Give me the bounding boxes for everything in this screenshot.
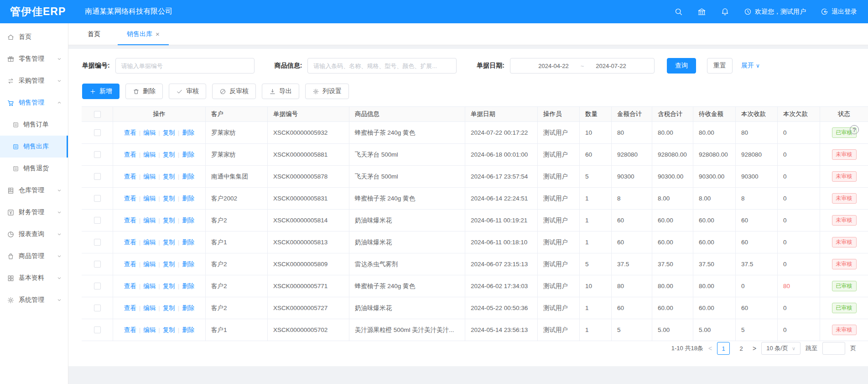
search-icon[interactable] — [674, 7, 683, 16]
edit-link[interactable]: 编辑 — [143, 195, 156, 203]
delete-link[interactable]: 删除 — [182, 151, 194, 159]
sidebar-item-sales-return[interactable]: 销售退货 — [0, 158, 68, 179]
delete-link[interactable]: 删除 — [182, 282, 194, 290]
row-checkbox[interactable] — [94, 326, 101, 333]
user-menu[interactable]: 欢迎您，测试用户 — [744, 8, 806, 16]
edit-link[interactable]: 编辑 — [143, 216, 156, 225]
page-number-1[interactable]: 1 — [717, 342, 730, 355]
copy-link[interactable]: 复制 — [163, 238, 175, 247]
tab-sales-outbound[interactable]: 销售出库 × — [127, 23, 160, 45]
tab-home[interactable]: 首页 — [88, 23, 100, 45]
row-checkbox[interactable] — [94, 129, 101, 136]
cell-product: 雷达杀虫气雾剂 — [349, 253, 465, 275]
edit-link[interactable]: 编辑 — [143, 238, 156, 247]
view-link[interactable]: 查看 — [124, 216, 136, 225]
view-link[interactable]: 查看 — [124, 173, 136, 181]
copy-link[interactable]: 复制 — [163, 326, 175, 334]
prev-page-button[interactable]: < — [708, 345, 712, 352]
cell-operator: 测试用户 — [538, 231, 580, 253]
view-link[interactable]: 查看 — [124, 151, 136, 159]
sidebar-item-system[interactable]: 系统管理 — [0, 289, 68, 311]
page-size-select[interactable]: 10 条/页 ∨ — [761, 342, 800, 355]
delete-link[interactable]: 删除 — [182, 216, 194, 225]
delete-link[interactable]: 删除 — [182, 195, 194, 203]
bill-no-input[interactable] — [115, 58, 255, 74]
table-row: 查看|编辑|复制|删除 客户2 XSCK00000005727 奶油味爆米花 2… — [82, 297, 868, 319]
edit-link[interactable]: 编辑 — [143, 151, 156, 159]
view-link[interactable]: 查看 — [124, 195, 136, 203]
sidebar-item-home[interactable]: 首页 — [0, 26, 68, 48]
delete-link[interactable]: 删除 — [182, 173, 194, 181]
copy-link[interactable]: 复制 — [163, 216, 175, 225]
expand-link[interactable]: 展开 ∨ — [741, 62, 760, 70]
page-number-2[interactable]: 2 — [735, 342, 748, 355]
copy-link[interactable]: 复制 — [163, 129, 175, 137]
sidebar-item-sales-outbound[interactable]: 销售出库 — [0, 136, 68, 158]
view-link[interactable]: 查看 — [124, 282, 136, 290]
copy-link[interactable]: 复制 — [163, 260, 175, 268]
audit-button[interactable]: 审核 — [169, 84, 206, 99]
view-link[interactable]: 查看 — [124, 129, 136, 137]
sidebar-item-products[interactable]: 商品管理 — [0, 245, 68, 267]
sidebar-item-warehouse[interactable]: 仓库管理 — [0, 179, 68, 201]
delete-link[interactable]: 删除 — [182, 326, 194, 334]
date-range-picker[interactable]: 2024-04-22 ~ 2024-07-22 — [510, 58, 655, 74]
edit-link[interactable]: 编辑 — [143, 282, 156, 290]
view-link[interactable]: 查看 — [124, 238, 136, 247]
sidebar-item-label: 采购管理 — [19, 77, 57, 85]
edit-link[interactable]: 编辑 — [143, 304, 156, 312]
row-checkbox[interactable] — [94, 261, 101, 268]
row-checkbox[interactable] — [94, 283, 101, 289]
date-from[interactable]: 2024-04-22 — [538, 63, 569, 69]
search-button[interactable]: 查询 — [667, 58, 696, 74]
sidebar-item-retail[interactable]: 零售管理 — [0, 48, 68, 70]
logout-button[interactable]: 退出登录 — [821, 8, 857, 16]
edit-link[interactable]: 编辑 — [143, 173, 156, 181]
reset-button[interactable]: 重置 — [707, 58, 733, 74]
cell-operator: 测试用户 — [538, 144, 580, 165]
copy-link[interactable]: 复制 — [163, 173, 175, 181]
row-checkbox[interactable] — [94, 239, 101, 246]
view-link[interactable]: 查看 — [124, 326, 136, 334]
delete-link[interactable]: 删除 — [182, 260, 194, 268]
delete-link[interactable]: 删除 — [182, 304, 194, 312]
next-page-button[interactable]: > — [753, 345, 756, 352]
view-link[interactable]: 查看 — [124, 260, 136, 268]
export-button[interactable]: 导出 — [262, 84, 299, 99]
row-checkbox[interactable] — [94, 217, 101, 224]
page-jump-input[interactable] — [822, 342, 845, 355]
delete-link[interactable]: 删除 — [182, 129, 194, 137]
copy-link[interactable]: 复制 — [163, 151, 175, 159]
column-settings-button[interactable]: 列设置 — [305, 84, 349, 99]
sidebar-item-purchase[interactable]: 采购管理 — [0, 70, 68, 92]
help-icon[interactable]: ? — [850, 125, 859, 134]
sidebar-item-finance[interactable]: 财务管理 — [0, 201, 68, 223]
copy-link[interactable]: 复制 — [163, 195, 175, 203]
add-button[interactable]: 新增 — [82, 84, 120, 99]
download-icon — [269, 88, 276, 95]
unaudit-button[interactable]: 反审核 — [212, 84, 256, 99]
bank-icon[interactable] — [697, 7, 706, 16]
sidebar-item-sales-order[interactable]: 销售订单 — [0, 114, 68, 136]
row-checkbox[interactable] — [94, 195, 101, 202]
delete-link[interactable]: 删除 — [182, 238, 194, 247]
date-to[interactable]: 2024-07-22 — [596, 63, 626, 69]
edit-link[interactable]: 编辑 — [143, 260, 156, 268]
sidebar-item-basic-data[interactable]: 基本资料 — [0, 267, 68, 289]
view-link[interactable]: 查看 — [124, 304, 136, 312]
edit-link[interactable]: 编辑 — [143, 129, 156, 137]
row-checkbox[interactable] — [94, 173, 101, 180]
copy-link[interactable]: 复制 — [163, 304, 175, 312]
sidebar-item-sales[interactable]: 销售管理 — [0, 92, 68, 114]
sidebar-item-reports[interactable]: 报表查询 — [0, 223, 68, 245]
select-all-checkbox[interactable] — [94, 111, 101, 118]
delete-button[interactable]: 删除 — [125, 84, 163, 99]
bell-icon[interactable] — [721, 7, 729, 16]
edit-link[interactable]: 编辑 — [143, 326, 156, 334]
divider: | — [139, 217, 141, 224]
product-info-input[interactable] — [307, 58, 457, 74]
copy-link[interactable]: 复制 — [163, 282, 175, 290]
row-checkbox[interactable] — [94, 305, 101, 311]
close-icon[interactable]: × — [156, 31, 160, 37]
row-checkbox[interactable] — [94, 151, 101, 158]
